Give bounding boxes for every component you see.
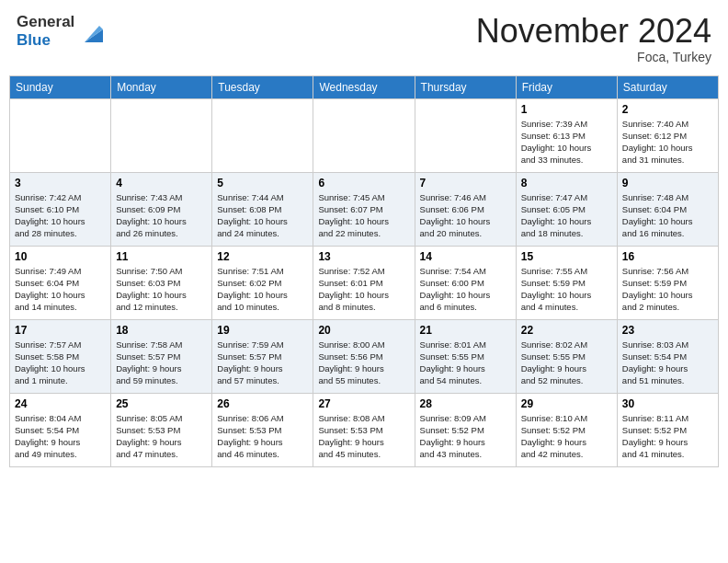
- weekday-header-thursday: Thursday: [415, 75, 516, 98]
- day-number: 22: [521, 324, 612, 337]
- day-info: Sunrise: 7:59 AM Sunset: 5:57 PM Dayligh…: [217, 339, 308, 387]
- day-number: 25: [116, 397, 207, 410]
- calendar-cell: 13Sunrise: 7:52 AM Sunset: 6:01 PM Dayli…: [313, 246, 415, 319]
- day-info: Sunrise: 8:01 AM Sunset: 5:55 PM Dayligh…: [420, 339, 511, 387]
- day-info: Sunrise: 7:54 AM Sunset: 6:00 PM Dayligh…: [420, 265, 511, 314]
- day-info: Sunrise: 7:58 AM Sunset: 5:57 PM Dayligh…: [116, 339, 207, 387]
- day-number: 8: [521, 177, 612, 190]
- calendar-cell: 4Sunrise: 7:43 AM Sunset: 6:09 PM Daylig…: [111, 172, 212, 246]
- day-number: 14: [420, 250, 511, 263]
- day-info: Sunrise: 7:42 AM Sunset: 6:10 PM Dayligh…: [15, 191, 106, 240]
- calendar-cell: 7Sunrise: 7:46 AM Sunset: 6:06 PM Daylig…: [415, 172, 516, 246]
- day-info: Sunrise: 7:44 AM Sunset: 6:08 PM Dayligh…: [217, 191, 308, 240]
- day-info: Sunrise: 7:48 AM Sunset: 6:04 PM Dayligh…: [622, 191, 713, 240]
- calendar-cell: 22Sunrise: 8:02 AM Sunset: 5:55 PM Dayli…: [516, 319, 617, 393]
- calendar-cell: 1Sunrise: 7:39 AM Sunset: 6:13 PM Daylig…: [516, 98, 617, 172]
- calendar-table: SundayMondayTuesdayWednesdayThursdayFrid…: [9, 75, 719, 467]
- weekday-header-wednesday: Wednesday: [313, 75, 415, 98]
- day-number: 2: [622, 103, 713, 116]
- day-number: 3: [15, 177, 106, 190]
- day-number: 21: [420, 324, 511, 337]
- day-info: Sunrise: 7:39 AM Sunset: 6:13 PM Dayligh…: [521, 118, 612, 167]
- calendar-cell: 29Sunrise: 8:10 AM Sunset: 5:52 PM Dayli…: [516, 393, 617, 466]
- calendar-cell: 18Sunrise: 7:58 AM Sunset: 5:57 PM Dayli…: [111, 319, 212, 393]
- day-info: Sunrise: 7:47 AM Sunset: 6:05 PM Dayligh…: [521, 191, 612, 240]
- day-info: Sunrise: 8:08 AM Sunset: 5:53 PM Dayligh…: [318, 412, 409, 461]
- week-row-3: 10Sunrise: 7:49 AM Sunset: 6:04 PM Dayli…: [10, 246, 719, 319]
- week-row-2: 3Sunrise: 7:42 AM Sunset: 6:10 PM Daylig…: [10, 172, 719, 246]
- location: Foca, Turkey: [476, 50, 711, 64]
- day-info: Sunrise: 7:40 AM Sunset: 6:12 PM Dayligh…: [622, 118, 713, 167]
- calendar-cell: 17Sunrise: 7:57 AM Sunset: 5:58 PM Dayli…: [10, 319, 111, 393]
- calendar-cell: [415, 98, 516, 172]
- calendar-cell: 21Sunrise: 8:01 AM Sunset: 5:55 PM Dayli…: [415, 319, 516, 393]
- calendar-cell: 16Sunrise: 7:56 AM Sunset: 5:59 PM Dayli…: [617, 246, 718, 319]
- day-number: 12: [217, 250, 308, 263]
- calendar-cell: 25Sunrise: 8:05 AM Sunset: 5:53 PM Dayli…: [111, 393, 212, 466]
- day-number: 18: [116, 324, 207, 337]
- day-number: 23: [622, 324, 713, 337]
- day-number: 7: [420, 177, 511, 190]
- logo-icon: [77, 17, 107, 46]
- title-block: November 2024 Foca, Turkey: [476, 13, 711, 64]
- day-info: Sunrise: 8:04 AM Sunset: 5:54 PM Dayligh…: [15, 412, 106, 461]
- logo-general: General: [17, 13, 74, 31]
- day-number: 16: [622, 250, 713, 263]
- day-info: Sunrise: 8:02 AM Sunset: 5:55 PM Dayligh…: [521, 339, 612, 387]
- day-number: 15: [521, 250, 612, 263]
- calendar-cell: 11Sunrise: 7:50 AM Sunset: 6:03 PM Dayli…: [111, 246, 212, 319]
- calendar-cell: 2Sunrise: 7:40 AM Sunset: 6:12 PM Daylig…: [617, 98, 718, 172]
- day-number: 6: [318, 177, 409, 190]
- logo-blue: Blue: [17, 31, 74, 50]
- day-info: Sunrise: 8:10 AM Sunset: 5:52 PM Dayligh…: [521, 412, 612, 461]
- calendar-cell: 8Sunrise: 7:47 AM Sunset: 6:05 PM Daylig…: [516, 172, 617, 246]
- logo: General Blue: [17, 13, 107, 49]
- day-info: Sunrise: 7:56 AM Sunset: 5:59 PM Dayligh…: [622, 265, 713, 314]
- calendar-cell: 23Sunrise: 8:03 AM Sunset: 5:54 PM Dayli…: [617, 319, 718, 393]
- day-info: Sunrise: 7:50 AM Sunset: 6:03 PM Dayligh…: [116, 265, 207, 314]
- day-number: 4: [116, 177, 207, 190]
- day-info: Sunrise: 8:09 AM Sunset: 5:52 PM Dayligh…: [420, 412, 511, 461]
- calendar-cell: 14Sunrise: 7:54 AM Sunset: 6:00 PM Dayli…: [415, 246, 516, 319]
- calendar-cell: [111, 98, 212, 172]
- weekday-header-monday: Monday: [111, 75, 212, 98]
- day-number: 28: [420, 397, 511, 410]
- day-number: 27: [318, 397, 409, 410]
- day-number: 9: [622, 177, 713, 190]
- day-number: 20: [318, 324, 409, 337]
- weekday-header-sunday: Sunday: [10, 75, 111, 98]
- day-info: Sunrise: 7:46 AM Sunset: 6:06 PM Dayligh…: [420, 191, 511, 240]
- day-info: Sunrise: 7:49 AM Sunset: 6:04 PM Dayligh…: [15, 265, 106, 314]
- calendar-cell: 28Sunrise: 8:09 AM Sunset: 5:52 PM Dayli…: [415, 393, 516, 466]
- calendar-cell: 20Sunrise: 8:00 AM Sunset: 5:56 PM Dayli…: [313, 319, 415, 393]
- day-info: Sunrise: 7:57 AM Sunset: 5:58 PM Dayligh…: [15, 339, 106, 387]
- day-number: 17: [15, 324, 106, 337]
- calendar-cell: 12Sunrise: 7:51 AM Sunset: 6:02 PM Dayli…: [212, 246, 313, 319]
- calendar-cell: 27Sunrise: 8:08 AM Sunset: 5:53 PM Dayli…: [313, 393, 415, 466]
- day-number: 1: [521, 103, 612, 116]
- day-info: Sunrise: 7:55 AM Sunset: 5:59 PM Dayligh…: [521, 265, 612, 314]
- day-number: 10: [15, 250, 106, 263]
- weekday-header-row: SundayMondayTuesdayWednesdayThursdayFrid…: [10, 75, 719, 98]
- day-info: Sunrise: 8:00 AM Sunset: 5:56 PM Dayligh…: [318, 339, 409, 387]
- calendar-cell: [212, 98, 313, 172]
- day-number: 19: [217, 324, 308, 337]
- calendar-cell: 30Sunrise: 8:11 AM Sunset: 5:52 PM Dayli…: [617, 393, 718, 466]
- page-header: General Blue November 2024 Foca, Turkey: [9, 9, 719, 68]
- week-row-4: 17Sunrise: 7:57 AM Sunset: 5:58 PM Dayli…: [10, 319, 719, 393]
- calendar-cell: 24Sunrise: 8:04 AM Sunset: 5:54 PM Dayli…: [10, 393, 111, 466]
- day-info: Sunrise: 7:43 AM Sunset: 6:09 PM Dayligh…: [116, 191, 207, 240]
- day-number: 13: [318, 250, 409, 263]
- weekday-header-tuesday: Tuesday: [212, 75, 313, 98]
- calendar-cell: 26Sunrise: 8:06 AM Sunset: 5:53 PM Dayli…: [212, 393, 313, 466]
- day-info: Sunrise: 8:06 AM Sunset: 5:53 PM Dayligh…: [217, 412, 308, 461]
- day-info: Sunrise: 7:52 AM Sunset: 6:01 PM Dayligh…: [318, 265, 409, 314]
- calendar-cell: 15Sunrise: 7:55 AM Sunset: 5:59 PM Dayli…: [516, 246, 617, 319]
- calendar-cell: 6Sunrise: 7:45 AM Sunset: 6:07 PM Daylig…: [313, 172, 415, 246]
- day-info: Sunrise: 7:45 AM Sunset: 6:07 PM Dayligh…: [318, 191, 409, 240]
- week-row-1: 1Sunrise: 7:39 AM Sunset: 6:13 PM Daylig…: [10, 98, 719, 172]
- calendar-cell: 10Sunrise: 7:49 AM Sunset: 6:04 PM Dayli…: [10, 246, 111, 319]
- weekday-header-friday: Friday: [516, 75, 617, 98]
- calendar-cell: 3Sunrise: 7:42 AM Sunset: 6:10 PM Daylig…: [10, 172, 111, 246]
- weekday-header-saturday: Saturday: [617, 75, 718, 98]
